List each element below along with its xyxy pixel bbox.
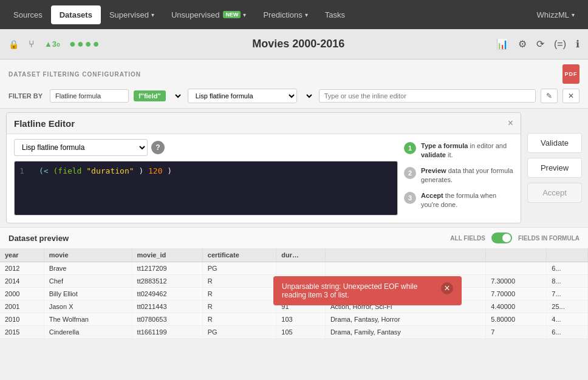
error-close-btn[interactable]: × (441, 282, 453, 294)
step-1-num: 1 (404, 142, 416, 154)
col-genre (325, 248, 485, 262)
action-buttons: Validate Preview Accept (527, 112, 582, 223)
preview-button[interactable]: Preview (527, 158, 582, 178)
dataset-title: Movies 2000-2016 (108, 38, 489, 50)
preview-header: Dataset preview ALL FIELDS FIELDS IN FOR… (0, 228, 588, 248)
nav-sources[interactable]: Sources (5, 5, 51, 24)
col-votes (547, 248, 588, 262)
table-row: 2012Bravett1217209PG6... (0, 262, 588, 275)
filter-section: DATASET FILTERING CONFIGURATION PDF FILT… (0, 59, 588, 109)
col-movie-id: movie_id (132, 248, 202, 262)
editor-header: Flatline Editor × (7, 113, 521, 134)
step-1-text: Type a formula in editor and validate it… (421, 141, 513, 160)
step-1: 1 Type a formula in editor and validate … (404, 141, 513, 160)
col-certificate: certificate (202, 248, 276, 262)
filter-section-title: DATASET FILTERING CONFIGURATION PDF (9, 64, 579, 84)
settings-icon[interactable]: ⚙ (516, 36, 529, 52)
code-editor[interactable]: 1 (< (field "duration" ) 120 ) (14, 161, 398, 215)
nav-predictions[interactable]: Predictions ▾ (255, 5, 316, 24)
pdf-icon[interactable]: PDF (562, 64, 579, 84)
col-year: year (0, 248, 44, 262)
accept-button[interactable]: Accept (527, 183, 582, 203)
dataset-icon[interactable]: ▲3₀ (42, 37, 62, 51)
table-row: 2010The Wolfmantt0780653R103Drama, Fanta… (0, 313, 588, 326)
code-text: (< (field "duration" ) 120 ) (39, 166, 172, 175)
filter-by-label: FILTER BY (9, 92, 43, 100)
step-2-num: 2 (404, 167, 416, 179)
filter-formula-input[interactable] (50, 89, 129, 103)
lock-icon[interactable]: 🔒 (6, 37, 21, 52)
all-fields-label: ALL FIELDS (450, 235, 485, 242)
top-nav: Sources Datasets Supervised ▾ Unsupervis… (0, 0, 588, 29)
col-duration: dur… (276, 248, 326, 262)
refresh-icon[interactable]: ⟳ (534, 36, 547, 52)
lisp-formula-select[interactable]: Lisp flatline formula (188, 89, 297, 103)
step-3: 3 Accept the formula when you're done. (404, 191, 513, 210)
predictions-chevron: ▾ (305, 12, 308, 18)
formula-type-select[interactable]: Lisp flatline formula (14, 139, 148, 156)
step-3-num: 3 (404, 192, 416, 204)
filter-tag: f"field" (134, 90, 166, 101)
nav-datasets[interactable]: Datasets (51, 5, 101, 24)
editor-close-btn[interactable]: × (508, 118, 513, 129)
dataset-toolbar: 🔒 ⑂ ▲3₀ ●●●● Movies 2000-2016 📊 ⚙ ⟳ (=) … (0, 29, 588, 59)
new-badge: NEW (223, 11, 241, 18)
chart-icon[interactable]: 📊 (494, 36, 511, 52)
filter-text-input[interactable] (319, 89, 536, 103)
help-button[interactable]: ? (151, 141, 165, 154)
filter-dropdown[interactable] (171, 89, 183, 103)
code-line-1: 1 (< (field "duration" ) 120 ) (19, 166, 392, 175)
nav-unsupervised[interactable]: Unsupervised NEW ▾ (163, 5, 255, 24)
step-2: 2 Preview data that your formula generat… (404, 166, 513, 185)
line-number: 1 (19, 166, 32, 175)
preview-title: Dataset preview (9, 234, 69, 243)
filter-edit-btn[interactable]: ✎ (541, 89, 558, 103)
editor-steps: 1 Type a formula in editor and validate … (404, 139, 513, 218)
user-chevron: ▾ (572, 12, 575, 18)
error-message: Unparsable string: Unexpected EOF while … (282, 282, 434, 299)
col-rating (486, 248, 547, 262)
table-header-row: year movie movie_id certificate dur… (0, 248, 588, 262)
formula-icon[interactable]: (=) (552, 36, 569, 52)
step-3-text: Accept the formula when you're done. (421, 191, 513, 210)
formula-select-row: Lisp flatline formula ? (14, 139, 398, 156)
error-toast: Unparsable string: Unexpected EOF while … (273, 276, 462, 305)
nav-user[interactable]: WhizzML ▾ (528, 5, 583, 24)
col-movie: movie (44, 248, 132, 262)
branch-icon[interactable]: ⑂ (26, 36, 37, 52)
editor-title: Flatline Editor (14, 118, 75, 129)
info-icon[interactable]: ℹ (573, 36, 582, 52)
supervised-chevron: ▾ (151, 12, 154, 18)
nav-supervised[interactable]: Supervised ▾ (101, 5, 163, 24)
filter-row: FILTER BY f"field" Lisp flatline formula… (9, 89, 579, 103)
unsupervised-chevron: ▾ (243, 12, 246, 18)
fields-toggle[interactable] (491, 232, 512, 243)
validate-button[interactable]: Validate (527, 133, 582, 153)
filter-close-btn[interactable]: ✕ (562, 89, 579, 103)
step-2-text: Preview data that your formula generates… (421, 166, 513, 185)
table-row: 2015Cinderellatt1661199PG105Drama, Famil… (0, 326, 588, 339)
status-dots: ●●●● (67, 35, 103, 53)
fields-in-formula-label: FIELDS IN FORMULA (518, 235, 579, 242)
nav-tasks[interactable]: Tasks (316, 5, 354, 24)
lisp-dropdown2[interactable] (302, 89, 314, 103)
flatline-editor-panel: Flatline Editor × Lisp flatline formula … (6, 112, 521, 223)
